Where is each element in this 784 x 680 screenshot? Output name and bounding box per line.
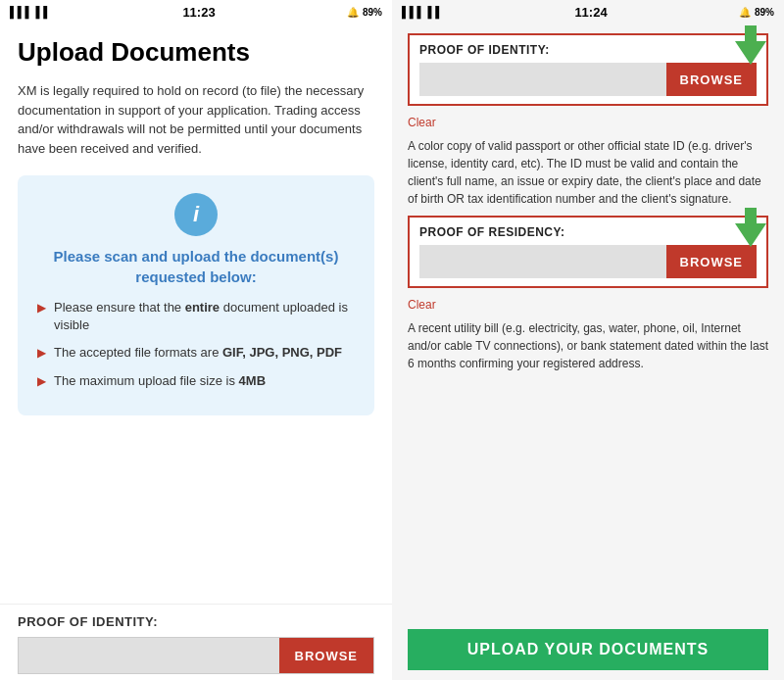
bullet-text-2: The accepted file formats are GIF, JPG, … <box>54 344 342 362</box>
residency-clear-link[interactable]: Clear <box>408 298 768 312</box>
list-item: ▶ Please ensure that the entire document… <box>37 299 355 334</box>
bullet-arrow-3: ▶ <box>37 373 46 390</box>
file-input-row: BROWSE <box>18 637 374 674</box>
description-text: XM is legally required to hold on record… <box>18 81 374 158</box>
battery-pct-right: 89% <box>755 7 774 18</box>
page-title: Upload Documents <box>18 37 374 68</box>
info-icon-circle: i <box>174 193 218 236</box>
identity-clear-link[interactable]: Clear <box>408 116 768 129</box>
left-panel: ▌▌▌ ▌▌ 11:23 🔔 89% Upload Documents XM i… <box>0 0 392 680</box>
svg-marker-0 <box>735 25 766 65</box>
green-arrow-residency <box>727 204 774 251</box>
bullet-arrow-2: ▶ <box>37 345 46 362</box>
bullet-list: ▶ Please ensure that the entire document… <box>33 299 359 400</box>
residency-label: PROOF OF RESIDENCY: <box>419 225 757 239</box>
status-bar-right: ▌▌▌ ▌▌ 11:24 🔔 89% <box>392 0 784 24</box>
battery-left: 🔔 89% <box>347 7 382 18</box>
right-content: PROOF OF IDENTITY: BROWSE Clear A color … <box>392 24 784 680</box>
time-left: 11:23 <box>182 5 215 20</box>
info-box: i Please scan and upload the document(s)… <box>18 175 374 415</box>
bullet-arrow-1: ▶ <box>37 300 46 316</box>
identity-label: PROOF OF IDENTITY: <box>419 43 757 57</box>
residency-description: A recent utility bill (e.g. electricity,… <box>408 319 768 372</box>
residency-file-field[interactable] <box>419 245 666 278</box>
bullet-text-3: The maximum upload file size is 4MB <box>54 372 266 390</box>
battery-pct-left: 89% <box>363 7 382 18</box>
info-box-title: Please scan and upload the document(s) r… <box>33 246 359 287</box>
right-panel: ▌▌▌ ▌▌ 11:24 🔔 89% PROOF OF IDENTITY: BR… <box>392 0 784 680</box>
bullet-text-1: Please ensure that the entire document u… <box>54 299 355 334</box>
left-content: Upload Documents XM is legally required … <box>0 24 392 604</box>
residency-file-row: BROWSE <box>419 245 757 278</box>
browse-button-bottom[interactable]: BROWSE <box>279 638 374 673</box>
alarm-icon: 🔔 <box>739 7 751 18</box>
info-icon: i <box>193 202 199 227</box>
bottom-section-label: PROOF OF IDENTITY: <box>18 614 374 629</box>
svg-marker-1 <box>735 208 766 247</box>
list-item: ▶ The maximum upload file size is 4MB <box>37 372 355 390</box>
notification-icon: 🔔 <box>347 7 359 18</box>
time-right: 11:24 <box>574 5 607 20</box>
proof-of-identity-box: PROOF OF IDENTITY: BROWSE <box>408 33 768 106</box>
upload-documents-button[interactable]: UPLOAD YOUR DOCUMENTS <box>408 629 768 670</box>
green-arrow-identity <box>727 24 774 69</box>
battery-right: 🔔 89% <box>739 7 774 18</box>
status-bar-left: ▌▌▌ ▌▌ 11:23 🔔 89% <box>0 0 392 24</box>
signal-left: ▌▌▌ ▌▌ <box>10 6 51 18</box>
bottom-section: PROOF OF IDENTITY: BROWSE <box>0 604 392 680</box>
file-input-field[interactable] <box>19 638 279 673</box>
identity-file-row: BROWSE <box>419 63 757 96</box>
list-item: ▶ The accepted file formats are GIF, JPG… <box>37 344 355 362</box>
proof-of-residency-box: PROOF OF RESIDENCY: BROWSE <box>408 216 768 288</box>
identity-description: A color copy of valid passport or other … <box>408 137 768 208</box>
identity-file-field[interactable] <box>419 63 666 96</box>
signal-right: ▌▌▌ ▌▌ <box>402 6 443 18</box>
